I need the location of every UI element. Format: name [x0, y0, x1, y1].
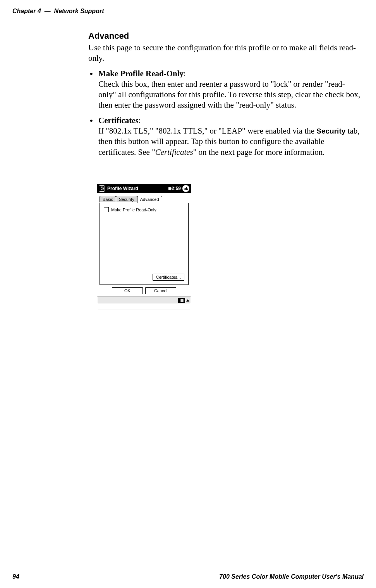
wireless-icon — [99, 185, 105, 192]
chapter-title: Network Support — [54, 8, 104, 14]
keyboard-icon[interactable] — [178, 298, 185, 303]
running-header: Chapter 4 — Network Support — [12, 8, 104, 15]
bullet-label: Make Profile Read-Only — [98, 69, 184, 78]
sip-bar — [97, 297, 191, 303]
make-readonly-label: Make Profile Read-Only — [111, 207, 156, 212]
bullet-list: Make Profile Read-Only: Check this box, … — [88, 69, 361, 158]
wizard-title: Profile Wizard — [107, 186, 168, 191]
chapter-label: Chapter 4 — [12, 8, 41, 14]
bullet-body-a: If "802.1x TLS," "802.1x TTLS," or "LEAP… — [98, 126, 316, 135]
book-title: 700 Series Color Mobile Computer User's … — [219, 573, 364, 580]
clock-time[interactable]: 2:59 — [172, 186, 181, 191]
section-title: Advanced — [88, 31, 361, 41]
tab-strip: Basic Security Advanced — [100, 196, 162, 202]
page-number: 94 — [12, 573, 19, 580]
bullet-label: Certificates — [98, 116, 139, 125]
wizard-titlebar: Profile Wizard 2:59 ok — [97, 184, 191, 193]
profile-wizard-screenshot: Profile Wizard 2:59 ok Basic Security Ad… — [97, 184, 191, 310]
certificates-ref: Certificates — [155, 147, 193, 157]
cancel-button[interactable]: Cancel — [145, 287, 176, 294]
make-readonly-row[interactable]: Make Profile Read-Only — [104, 207, 156, 212]
okcancel-row: OK Cancel — [97, 287, 191, 294]
speaker-icon[interactable] — [168, 187, 170, 190]
make-readonly-checkbox[interactable] — [104, 207, 109, 212]
ok-button[interactable]: OK — [112, 287, 143, 294]
tab-panel-advanced: Make Profile Read-Only Certificates... — [100, 203, 189, 285]
bullet-make-readonly: Make Profile Read-Only: Check this box, … — [88, 69, 361, 111]
security-tab-ref: Security — [316, 127, 345, 135]
bullet-certificates: Certificates: If "802.1x TLS," "802.1x T… — [88, 115, 361, 158]
wizard-body: Basic Security Advanced Make Profile Rea… — [97, 193, 191, 303]
bullet-body: Check this box, then enter and reenter a… — [98, 79, 360, 110]
bullet-body-e: " on the next page for more information. — [193, 147, 325, 157]
ok-badge[interactable]: ok — [182, 185, 189, 192]
running-footer: 94 700 Series Color Mobile Computer User… — [12, 573, 364, 580]
main-content: Advanced Use this page to secure the con… — [88, 31, 361, 162]
sip-arrow-icon[interactable] — [186, 299, 189, 302]
header-separator: — — [45, 8, 51, 14]
certificates-button[interactable]: Certificates... — [153, 274, 184, 281]
section-intro: Use this page to secure the configuratio… — [88, 43, 361, 64]
tab-security[interactable]: Security — [116, 196, 137, 202]
tab-basic[interactable]: Basic — [100, 196, 116, 202]
tab-advanced[interactable]: Advanced — [137, 196, 162, 203]
